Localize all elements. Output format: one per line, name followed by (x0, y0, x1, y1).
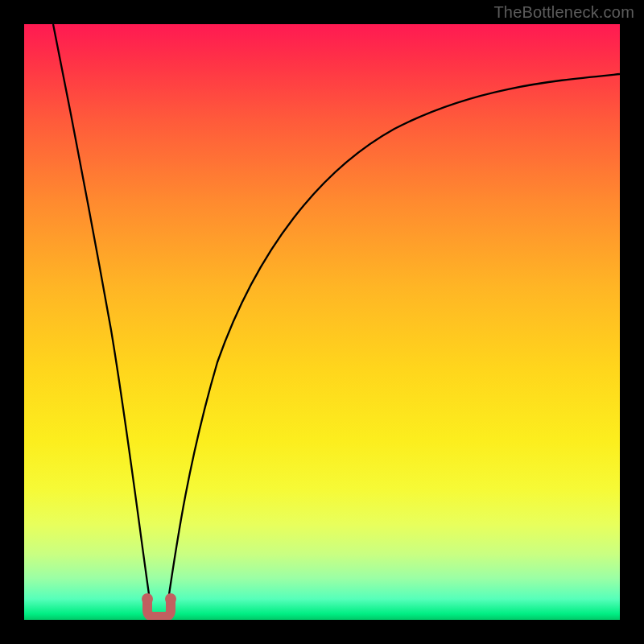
plot-area (24, 24, 620, 620)
chart-frame: TheBottleneck.com (0, 0, 644, 644)
optimal-zone-dot-right (165, 593, 176, 605)
curve-left-descent (53, 24, 151, 605)
optimal-zone-dot-left (142, 593, 153, 605)
chart-svg (24, 24, 620, 620)
curve-right-ascent (167, 74, 620, 605)
watermark-text: TheBottleneck.com (493, 3, 634, 22)
